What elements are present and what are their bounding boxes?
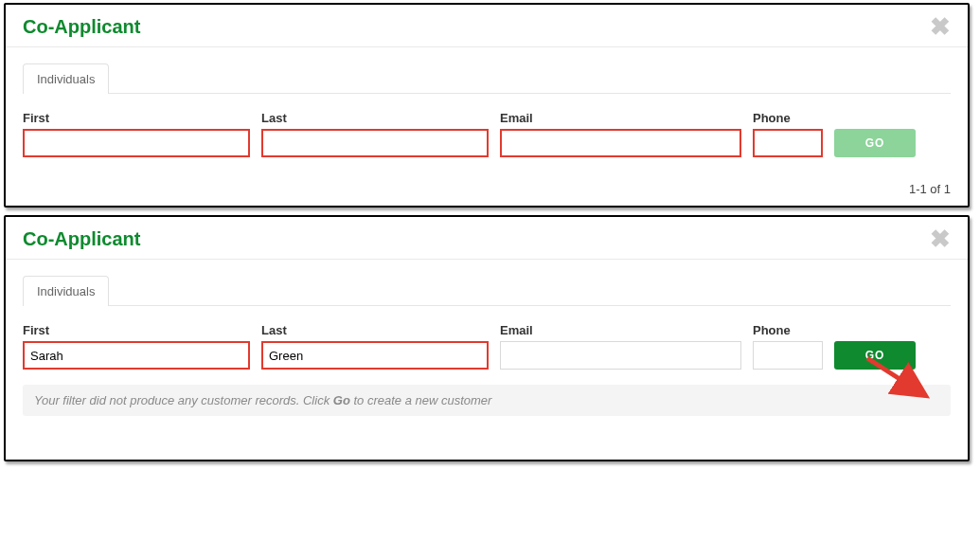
phone-field-wrap: Phone xyxy=(753,323,823,370)
first-label: First xyxy=(23,111,250,125)
panel-header: Co-Applicant ✖ xyxy=(6,217,968,260)
phone-input[interactable] xyxy=(753,341,823,370)
email-field-wrap: Email xyxy=(500,111,741,157)
filter-row: First Last Email Phone GO xyxy=(23,323,951,370)
last-field-wrap: Last xyxy=(261,323,489,370)
first-field-wrap: First xyxy=(23,111,250,157)
close-icon[interactable]: ✖ xyxy=(930,14,951,39)
phone-label: Phone xyxy=(753,111,823,125)
email-label: Email xyxy=(500,323,741,337)
panel-body: Individuals First Last Email Phone GO xyxy=(6,260,968,433)
msg-part-a: Your filter did not produce any customer… xyxy=(34,393,333,407)
co-applicant-panel-filled: Co-Applicant ✖ Individuals First Last Em… xyxy=(4,215,970,461)
go-button[interactable]: GO xyxy=(834,341,916,370)
first-input[interactable] xyxy=(23,341,250,370)
panel-title: Co-Applicant xyxy=(23,16,140,38)
tab-individuals[interactable]: Individuals xyxy=(23,63,109,94)
first-field-wrap: First xyxy=(23,323,250,370)
co-applicant-panel-empty: Co-Applicant ✖ Individuals First Last Em… xyxy=(4,3,970,208)
panel-header: Co-Applicant ✖ xyxy=(6,5,968,47)
panel-body: Individuals First Last Email Phone GO xyxy=(6,47,968,171)
last-field-wrap: Last xyxy=(261,111,489,157)
email-field-wrap: Email xyxy=(500,323,741,370)
phone-label: Phone xyxy=(753,323,823,337)
first-input[interactable] xyxy=(23,129,250,157)
tab-individuals[interactable]: Individuals xyxy=(23,276,109,306)
last-input[interactable] xyxy=(261,129,489,157)
tabs: Individuals xyxy=(23,275,951,306)
filter-row: First Last Email Phone GO xyxy=(23,111,951,157)
email-input[interactable] xyxy=(500,129,741,157)
email-label: Email xyxy=(500,111,741,125)
go-wrap: GO xyxy=(834,341,916,370)
pager-text: 1-1 of 1 xyxy=(6,171,968,206)
msg-part-b: to create a new customer xyxy=(350,393,492,407)
go-wrap: GO xyxy=(834,129,916,157)
tabs: Individuals xyxy=(23,63,951,94)
last-label: Last xyxy=(261,323,489,337)
phone-input[interactable] xyxy=(753,129,823,157)
horizontal-scroll[interactable]: Co-Applicant ✖ Individuals First Last Em… xyxy=(0,0,980,469)
go-button[interactable]: GO xyxy=(834,129,916,157)
msg-go-word: Go xyxy=(333,393,350,407)
email-input[interactable] xyxy=(500,341,741,370)
last-input[interactable] xyxy=(261,341,489,370)
close-icon[interactable]: ✖ xyxy=(930,226,951,251)
first-label: First xyxy=(23,323,250,337)
no-results-message: Your filter did not produce any customer… xyxy=(23,385,951,416)
last-label: Last xyxy=(261,111,489,125)
phone-field-wrap: Phone xyxy=(753,111,823,157)
panel-title: Co-Applicant xyxy=(23,228,140,250)
